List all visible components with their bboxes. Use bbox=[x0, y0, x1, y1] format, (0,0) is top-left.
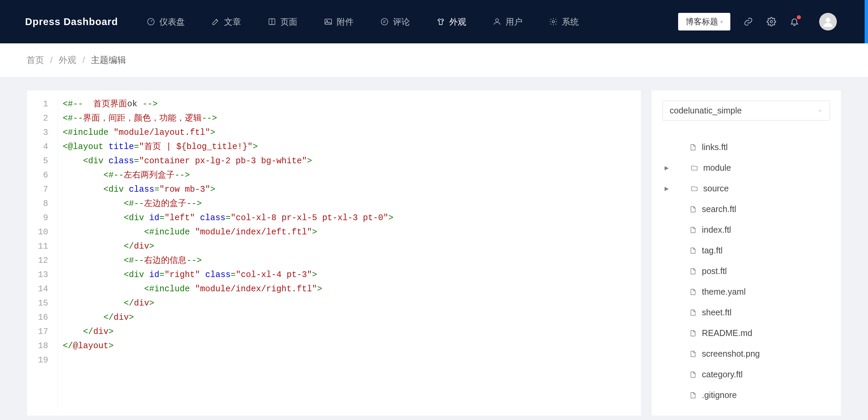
nav-comments[interactable]: 评论 bbox=[375, 14, 415, 30]
caret-right-icon: ▶ bbox=[663, 185, 671, 192]
tree-file[interactable]: tag.ftl bbox=[663, 240, 830, 261]
nav-pages[interactable]: 页面 bbox=[263, 14, 302, 30]
tree-file[interactable]: README.md bbox=[663, 323, 830, 343]
file-icon bbox=[689, 247, 697, 255]
nav-label: 系统 bbox=[562, 16, 579, 27]
code-area[interactable]: <#-- 首页界面ok --><#--界面，间距，颜色，功能，逻辑--><#in… bbox=[58, 97, 641, 409]
comment-icon bbox=[380, 17, 389, 26]
file-icon bbox=[689, 267, 697, 275]
file-sidebar: codelunatic_simple links.ftl▶module▶sour… bbox=[652, 90, 841, 416]
file-icon bbox=[689, 205, 697, 213]
file-tree: links.ftl▶module▶sourcesearch.ftlindex.f… bbox=[663, 137, 830, 405]
gear-icon bbox=[549, 17, 558, 26]
file-icon bbox=[689, 143, 697, 151]
nav-appearance[interactable]: 外观 bbox=[432, 14, 471, 30]
shirt-icon bbox=[436, 17, 445, 26]
image-icon bbox=[324, 17, 333, 26]
tree-item-label: category.ftl bbox=[702, 370, 743, 379]
nav-label: 评论 bbox=[393, 16, 410, 27]
breadcrumb-current: 主题编辑 bbox=[91, 54, 126, 66]
line-gutter: 12345678910111213141516171819 bbox=[27, 97, 58, 409]
tree-folder[interactable]: ▶source bbox=[663, 178, 830, 199]
nav-label: 用户 bbox=[506, 16, 522, 27]
tree-item-label: theme.yaml bbox=[702, 287, 746, 297]
breadcrumb-home[interactable]: 首页 bbox=[26, 54, 44, 66]
nav-label: 页面 bbox=[280, 16, 297, 27]
theme-select-value: codelunatic_simple bbox=[670, 106, 742, 115]
user-icon bbox=[493, 17, 501, 26]
tree-item-label: module bbox=[703, 163, 731, 173]
chevron-down-icon: ▾ bbox=[720, 19, 723, 25]
breadcrumb-appearance[interactable]: 外观 bbox=[59, 54, 76, 66]
nav-dashboard[interactable]: 仪表盘 bbox=[142, 14, 190, 30]
main-content: 12345678910111213141516171819 <#-- 首页界面o… bbox=[0, 77, 868, 420]
blog-title-dropdown[interactable]: 博客标题 ▾ bbox=[678, 13, 730, 30]
nav-label: 文章 bbox=[224, 16, 241, 27]
tree-item-label: README.md bbox=[702, 328, 752, 338]
nav-label: 外观 bbox=[449, 16, 466, 27]
tree-item-label: source bbox=[703, 184, 729, 193]
nav-users[interactable]: 用户 bbox=[488, 14, 527, 30]
tree-item-label: sheet.ftl bbox=[702, 308, 732, 317]
theme-select[interactable]: codelunatic_simple bbox=[663, 101, 830, 121]
folder-icon bbox=[690, 164, 698, 172]
gauge-icon bbox=[146, 17, 155, 26]
tree-file[interactable]: links.ftl bbox=[663, 137, 830, 158]
tree-item-label: index.ftl bbox=[702, 225, 731, 235]
code-editor[interactable]: 12345678910111213141516171819 <#-- 首页界面o… bbox=[27, 90, 641, 416]
primary-nav: 仪表盘 文章 页面 附件 评论 外观 用户 系统 bbox=[142, 14, 678, 30]
tree-file[interactable]: index.ftl bbox=[663, 219, 830, 240]
breadcrumb-separator: / bbox=[82, 55, 85, 65]
tree-item-label: post.ftl bbox=[702, 266, 727, 276]
nav-posts[interactable]: 文章 bbox=[206, 14, 246, 30]
chevron-down-icon bbox=[817, 106, 823, 115]
nav-system[interactable]: 系统 bbox=[544, 14, 584, 30]
tree-file[interactable]: theme.yaml bbox=[663, 281, 830, 302]
tree-item-label: tag.ftl bbox=[702, 246, 723, 255]
file-icon bbox=[689, 226, 697, 234]
nav-label: 附件 bbox=[337, 16, 354, 27]
svg-point-9 bbox=[552, 21, 555, 23]
file-icon bbox=[689, 329, 697, 337]
tree-folder[interactable]: ▶module bbox=[663, 158, 830, 178]
svg-point-11 bbox=[826, 18, 830, 22]
breadcrumb-separator: / bbox=[50, 55, 53, 65]
notification-dot bbox=[797, 15, 801, 19]
tree-item-label: search.ftl bbox=[702, 204, 736, 214]
blog-title-label: 博客标题 bbox=[686, 16, 718, 27]
link-icon[interactable] bbox=[743, 17, 753, 27]
svg-point-5 bbox=[381, 18, 388, 25]
tree-file[interactable]: sheet.ftl bbox=[663, 302, 830, 323]
brand-logo[interactable]: Dpress Dashboard bbox=[25, 16, 118, 27]
settings-icon[interactable] bbox=[766, 17, 776, 27]
breadcrumb: 首页 / 外观 / 主题编辑 bbox=[0, 43, 868, 77]
tree-item-label: .gitignore bbox=[702, 390, 737, 400]
svg-point-10 bbox=[770, 21, 773, 23]
header: Dpress Dashboard 仪表盘 文章 页面 附件 评论 外观 用户 bbox=[0, 0, 868, 43]
file-icon bbox=[689, 371, 697, 379]
edit-icon bbox=[211, 17, 220, 26]
tree-file[interactable]: .gitignore bbox=[663, 385, 830, 405]
file-icon bbox=[689, 350, 697, 358]
tree-file[interactable]: screenshot.png bbox=[663, 343, 830, 364]
bell-icon[interactable] bbox=[789, 17, 800, 27]
tree-item-label: links.ftl bbox=[702, 142, 728, 152]
avatar[interactable] bbox=[819, 13, 837, 30]
svg-point-8 bbox=[496, 19, 499, 22]
file-icon bbox=[689, 288, 697, 296]
file-icon bbox=[689, 309, 697, 317]
tree-file[interactable]: search.ftl bbox=[663, 199, 830, 219]
folder-icon bbox=[690, 185, 698, 193]
file-icon bbox=[689, 391, 697, 399]
tree-item-label: screenshot.png bbox=[702, 349, 760, 359]
book-icon bbox=[268, 17, 276, 26]
tree-file[interactable]: category.ftl bbox=[663, 364, 830, 385]
nav-attachments[interactable]: 附件 bbox=[319, 14, 358, 30]
nav-label: 仪表盘 bbox=[159, 16, 185, 27]
header-right: 博客标题 ▾ bbox=[678, 13, 841, 30]
caret-right-icon: ▶ bbox=[663, 165, 671, 171]
tree-file[interactable]: post.ftl bbox=[663, 261, 830, 281]
